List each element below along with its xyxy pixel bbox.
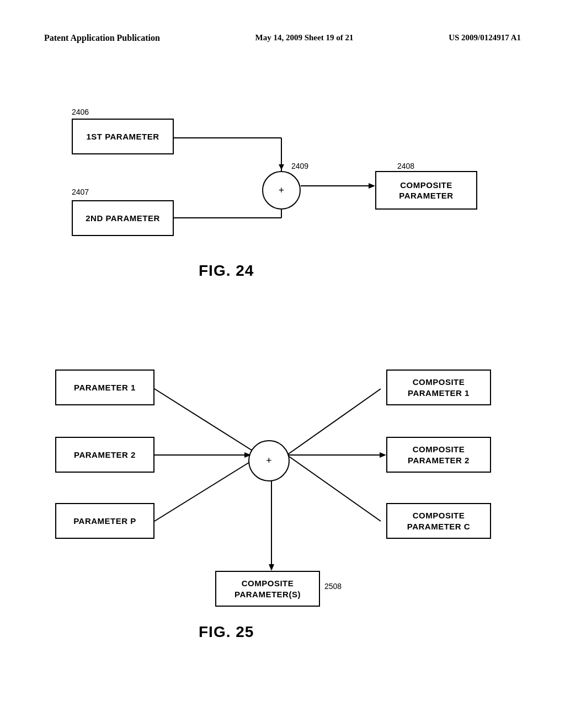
- fig25-compS-line1: COMPOSITE: [242, 578, 294, 589]
- fig24-box-composite-parameter: COMPOSITE PARAMETER: [375, 171, 477, 210]
- header-left: Patent Application Publication: [44, 33, 160, 43]
- fig24-title: FIG. 24: [199, 262, 254, 280]
- page: Patent Application Publication May 14, 2…: [0, 0, 565, 728]
- fig24-label-2406: 2406: [72, 108, 89, 116]
- fig24-circle-symbol: +: [279, 185, 284, 196]
- fig25-box-compositeS: COMPOSITE PARAMETER(S): [215, 571, 320, 607]
- svg-line-17: [287, 455, 381, 521]
- svg-line-14: [287, 389, 381, 455]
- fig25-label-2508: 2508: [324, 582, 342, 591]
- fig24-label-2408: 2408: [397, 162, 414, 170]
- header-center: May 14, 2009 Sheet 19 of 21: [255, 33, 354, 42]
- fig25-box-composite1: COMPOSITE PARAMETER 1: [386, 370, 491, 405]
- fig25-comp2-line1: COMPOSITE: [413, 444, 465, 455]
- fig25-box-param1: PARAMETER 1: [55, 370, 154, 405]
- fig25-box-compositeC: COMPOSITE PARAMETER C: [386, 503, 491, 539]
- header-right: US 2009/0124917 A1: [449, 33, 521, 42]
- fig24-composite-line1: COMPOSITE: [400, 180, 452, 191]
- fig24-box-1st-parameter: 1ST PARAMETER: [72, 119, 174, 154]
- svg-line-11: [154, 456, 259, 521]
- fig24-diagram: 2406 1ST PARAMETER 2407 2ND PARAMETER 24…: [44, 85, 521, 295]
- fig24-composite-line2: PARAMETER: [399, 190, 453, 201]
- fig25-comp1-line1: COMPOSITE: [413, 377, 465, 388]
- fig25-box-paramP: PARAMETER P: [55, 503, 154, 539]
- fig25-diagram: PARAMETER 1 PARAMETER 2 PARAMETER P + CO…: [44, 353, 521, 667]
- fig25-box-composite2: COMPOSITE PARAMETER 2: [386, 437, 491, 473]
- svg-line-8: [154, 389, 259, 455]
- fig25-circle-symbol: +: [266, 455, 271, 467]
- svg-marker-19: [269, 564, 274, 571]
- fig25-title: FIG. 25: [199, 623, 254, 641]
- fig24-box-2nd-parameter: 2ND PARAMETER: [72, 200, 174, 236]
- fig25-box-param2: PARAMETER 2: [55, 437, 154, 473]
- svg-marker-16: [380, 452, 386, 458]
- fig25-comp1-line2: PARAMETER 1: [408, 388, 470, 399]
- header: Patent Application Publication May 14, 2…: [44, 33, 521, 43]
- fig25-circle-node: +: [248, 440, 290, 481]
- fig25-compC-line2: PARAMETER C: [407, 521, 470, 532]
- fig24-label-2409: 2409: [291, 162, 308, 170]
- fig24-circle-node: +: [262, 171, 301, 210]
- fig25-compS-line2: PARAMETER(S): [234, 589, 301, 600]
- fig25-compC-line1: COMPOSITE: [413, 510, 465, 521]
- fig25-comp2-line2: PARAMETER 2: [408, 455, 470, 466]
- svg-marker-2: [279, 164, 284, 170]
- svg-marker-7: [369, 183, 375, 189]
- fig24-label-2407: 2407: [72, 188, 89, 196]
